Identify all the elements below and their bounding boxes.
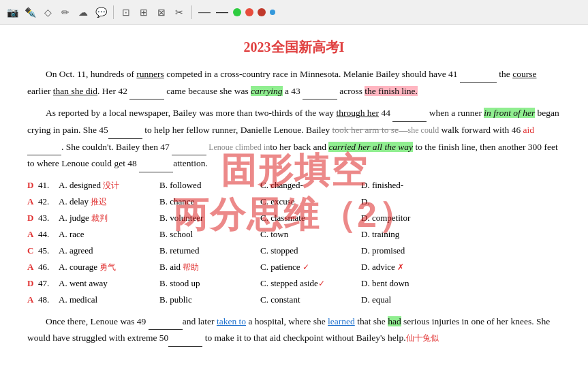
player-container: 📷 ✒️ ◇ ✏ ☁ 💬 ⊡ ⊞ ⊠ ✂ — — 固形填空 两分思维（2） 20… [0,0,588,368]
finish-line-highlight: the finish line. [365,86,418,96]
footnote: 仙十兔似 [406,333,439,343]
answer-letter-42: A [27,194,38,209]
answer-row-48: A 48. A. medical B. public C. constant D… [27,292,561,307]
answer-num-46: 46. [38,260,59,275]
blank-46 [27,139,61,156]
highlight-icon[interactable]: ✏ [59,5,72,19]
answer-row-41: D 41. A. designed 没计 B. followed C. chan… [27,178,561,193]
option-42d: D. [361,194,450,209]
answer-row-45: C 45. A. agreed B. returned C. stopped D… [27,243,561,258]
option-45d: D. promised [361,243,450,258]
cloud-icon[interactable]: ☁ [76,5,90,19]
passage3: Once there, Lenoue was 49 and later take… [27,313,561,347]
line-icon[interactable]: — [215,5,229,19]
option-44a: A. race [59,227,147,242]
blank-41 [460,66,497,83]
answer-num-45: 45. [38,243,59,258]
option-42a: A. delay 推迟 [59,194,147,209]
option-42b: B. chance [159,194,248,209]
answer-letter-43: D [27,211,38,226]
option-46d: D. advice ✗ [361,260,450,275]
camera-icon[interactable]: 📷 [5,5,19,19]
dot-red2[interactable] [258,8,266,16]
course-underline: course [512,69,536,79]
taken-to-highlight: taken to [217,316,246,326]
dot-red1[interactable] [245,8,253,16]
chat-icon[interactable]: 💬 [94,5,108,19]
answer-letter-44: A [27,227,38,242]
option-48d: D. equal [361,292,450,307]
answer-row-42: A 42. A. delay 推迟 B. chance C. excuse D. [27,194,561,209]
answer-row-47: D 47. A. went away B. stood up C. steppe… [27,276,561,291]
answer-letter-47: D [27,276,38,291]
answer-letter-41: D [27,178,38,193]
blank-43 [303,83,337,100]
divider1 [113,5,114,19]
through-underline: through her [336,108,379,118]
option-47d: D. bent down [361,276,450,291]
option-41d: D. finished- [361,178,450,193]
answer-options-44: A. race B. school C. town D. training [59,227,561,242]
blank-47 [172,139,206,156]
blank-50 [168,330,202,347]
blank-45 [108,122,142,139]
answer-num-43: 43. [38,211,59,226]
passage1: On Oct. 11, hundreds of runners competed… [27,66,561,172]
answer-46-annot: aid [523,125,535,135]
scissors-icon[interactable]: ✂ [172,5,186,19]
answer-row-46: A 46. A. courage 勇气 B. aid 帮助 C. patienc… [27,260,561,275]
option-43d: D. competitor [361,211,450,226]
option-45b: B. returned [159,243,248,258]
grid2-icon[interactable]: ⊞ [137,5,151,19]
content-area: 固形填空 两分思维（2） 2023全国新高考I On Oct. 11, hund… [0,25,588,368]
had-highlight: had [388,316,401,326]
answer-letter-48: A [27,292,38,307]
option-46c: C. patience ✓ [260,260,349,275]
minus-icon[interactable]: — [198,5,211,19]
answer-options-48: A. medical B. public C. constant D. equa… [59,292,561,307]
answer-letter-45: C [27,243,38,258]
toolbar: 📷 ✒️ ◇ ✏ ☁ 💬 ⊡ ⊞ ⊠ ✂ — — [0,0,588,25]
eraser-icon[interactable]: ◇ [41,5,55,19]
answer-row-44: A 44. A. race B. school C. town D. train… [27,227,561,242]
answer-row-43: D 43. A. judge 裁判 B. volunteer C. classm… [27,211,561,226]
learned-highlight: learned [328,316,355,326]
option-44c: C. town [260,227,349,242]
grid3-icon[interactable]: ⊠ [155,5,168,19]
dot-blue[interactable] [270,10,275,15]
answer-options-47: A. went away B. stood up C. stepped asid… [59,276,561,291]
option-43c: C. classmate [260,211,349,226]
grid1-icon[interactable]: ⊡ [119,5,133,19]
blank-44 [392,105,427,122]
option-41a: A. designed 没计 [59,178,147,193]
answer-options-43: A. judge 裁判 B. volunteer C. classmate D.… [59,211,561,226]
option-45c: C. stopped [260,243,349,258]
answer-letter-46: A [27,260,38,275]
option-46b: B. aid 帮助 [159,260,248,275]
answer-num-48: 48. [38,292,59,307]
divider2 [191,5,192,19]
option-48b: B. public [159,292,248,307]
than-underline: than she did [53,86,97,96]
option-44d: D. training [361,227,450,242]
answer-num-44: 44. [38,227,59,242]
option-47b: B. stood up [159,276,248,291]
option-48c: C. constant [260,292,349,307]
carried-highlight: carried her all the way [328,142,413,152]
dot-green[interactable] [233,8,241,16]
option-41c: C. changed- [260,178,349,193]
option-48a: A. medical [59,292,147,307]
exam-title: 2023全国新高考I [27,38,561,57]
option-46a: A. courage 勇气 [59,260,147,275]
option-44b: B. school [159,227,248,242]
option-47c: C. stepped aside✓ [260,276,349,291]
answer-options-46: A. courage 勇气 B. aid 帮助 C. patience ✓ D.… [59,260,561,275]
option-43b: B. volunteer [159,211,248,226]
carrying-highlight: carrying [251,86,283,96]
infront-highlight: in front of her [484,108,535,118]
option-47a: A. went away [59,276,147,291]
runners-underline: runners [136,69,164,79]
answers-section: D 41. A. designed 没计 B. followed C. chan… [27,178,561,308]
answer-num-47: 47. [38,276,59,291]
pen-icon[interactable]: ✒️ [23,5,37,19]
